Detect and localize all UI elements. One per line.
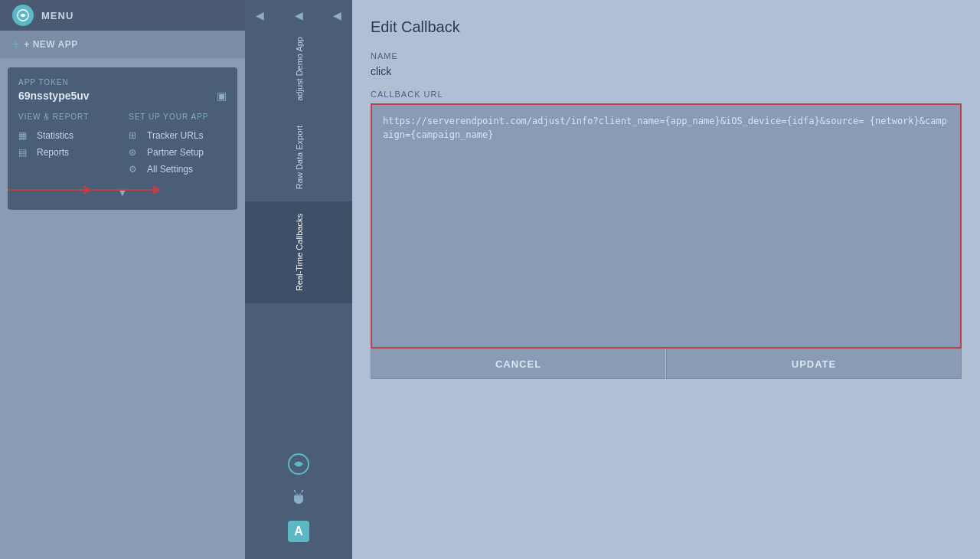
vtab-bottom-icons: A	[286, 452, 311, 544]
menu-label: MENU	[41, 10, 74, 21]
arrow-indicator	[8, 185, 161, 195]
gear-icon: ⚙	[129, 164, 141, 175]
main-content: Edit Callback NAME click CALLBACK URL ht…	[352, 0, 980, 559]
name-label: NAME	[371, 51, 962, 60]
callback-url-label: CALLBACK URL	[371, 90, 962, 99]
share-icon: ⊛	[129, 147, 141, 158]
view-report-col: VIEW & REPORT ▦ Statistics ▤ Reports	[18, 113, 116, 178]
svg-point-6	[299, 493, 301, 495]
callback-url-text: https://serverendpoint.com/adjust/info?c…	[383, 114, 949, 142]
bar-chart-icon: ▦	[18, 130, 31, 141]
nav-partner-setup[interactable]: ⊛ Partner Setup	[129, 144, 227, 161]
nav-tracker-urls[interactable]: ⊞ Tracker URLs	[129, 127, 227, 144]
nav-partner-label: Partner Setup	[147, 147, 204, 158]
tab-adjust-demo-app[interactable]: adjust Demo App	[245, 25, 352, 113]
svg-point-5	[296, 493, 298, 495]
update-button[interactable]: UPDATE	[666, 348, 962, 379]
svg-line-4	[302, 490, 303, 492]
svg-line-3	[295, 490, 296, 492]
app-store-icon[interactable]: A	[286, 519, 311, 544]
vtab-arrows: ◀ ◀ ◀	[245, 0, 352, 25]
adjust-icon[interactable]	[286, 452, 311, 476]
nav-reports[interactable]: ▤ Reports	[18, 144, 116, 161]
list-icon: ▤	[18, 147, 31, 158]
callback-url-box[interactable]: https://serverendpoint.com/adjust/info?c…	[371, 103, 962, 348]
app-token-label: APP TOKEN	[18, 78, 227, 87]
app-token-row: 69nsstype5uv ▣	[18, 90, 227, 102]
vtab-arrow-left3[interactable]: ◀	[328, 6, 346, 25]
name-value: click	[371, 65, 962, 77]
app-token-value: 69nsstype5uv	[18, 90, 90, 102]
nav-tracker-label: Tracker URLs	[147, 130, 204, 141]
nav-settings-label: All Settings	[147, 164, 193, 175]
nav-statistics[interactable]: ▦ Statistics	[18, 127, 116, 144]
link-icon: ⊞	[129, 130, 141, 141]
top-bar: MENU	[0, 0, 245, 31]
vertical-tabs-panel: ◀ ◀ ◀ adjust Demo App Raw Data Export Re…	[245, 0, 352, 559]
copy-icon[interactable]: ▣	[217, 90, 227, 102]
cancel-button[interactable]: CANCEL	[371, 348, 666, 379]
nav-statistics-label: Statistics	[37, 130, 74, 141]
nav-all-settings[interactable]: ⚙ All Settings	[129, 161, 227, 178]
new-app-bar[interactable]: + + NEW APP	[0, 31, 245, 58]
vtab-arrow-left1[interactable]: ◀	[251, 6, 269, 25]
vtab-arrow-left2[interactable]: ◀	[290, 6, 308, 25]
page-title: Edit Callback	[371, 18, 962, 36]
tab-raw-data-export[interactable]: Raw Data Export	[245, 113, 352, 201]
view-report-header: VIEW & REPORT	[18, 113, 116, 121]
setup-header: SET UP YOUR APP	[129, 113, 227, 121]
setup-col: SET UP YOUR APP ⊞ Tracker URLs ⊛ Partner…	[129, 113, 227, 178]
menu-logo[interactable]	[12, 5, 34, 26]
android-icon[interactable]	[286, 485, 311, 510]
sections-row: VIEW & REPORT ▦ Statistics ▤ Reports SET…	[18, 113, 227, 178]
tab-real-time-callbacks[interactable]: Real-Time Callbacks	[245, 201, 352, 303]
nav-reports-label: Reports	[37, 147, 69, 158]
action-buttons-row: CANCEL UPDATE	[371, 348, 962, 379]
new-app-label: + NEW APP	[24, 39, 77, 50]
